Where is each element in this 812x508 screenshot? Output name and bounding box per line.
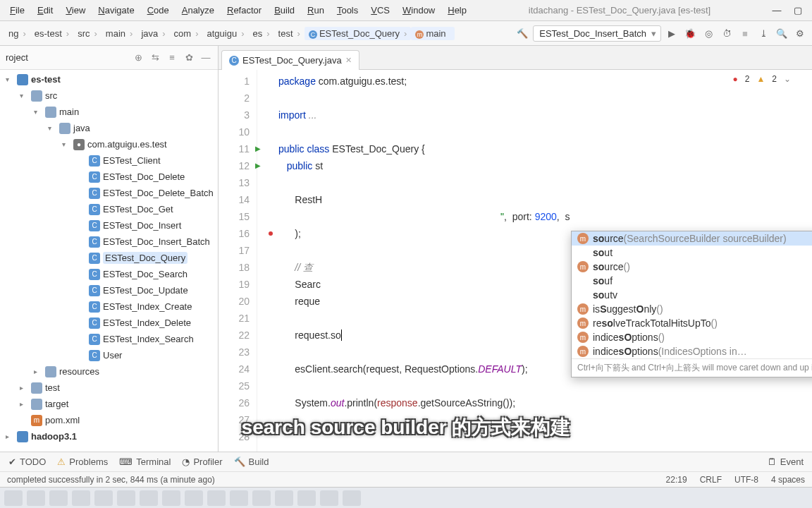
tree-item[interactable]: CESTest_Doc_Get xyxy=(0,201,218,217)
search-everywhere-button[interactable]: 🔍 xyxy=(774,25,789,41)
stop-button[interactable]: ■ xyxy=(737,25,753,41)
menu-tools[interactable]: Tools xyxy=(331,2,364,18)
completion-popup[interactable]: msource(SearchSourceBuilder sourceBuilde… xyxy=(571,231,812,377)
menu-refactor[interactable]: Refactor xyxy=(221,2,268,18)
hide-icon[interactable]: — xyxy=(199,52,212,63)
taskbar-app[interactable] xyxy=(207,490,226,506)
indent-mode[interactable]: 4 spaces xyxy=(771,475,805,485)
run-button[interactable]: ▶ xyxy=(664,25,679,41)
tree-item[interactable]: CESTest_Doc_Delete_Batch xyxy=(0,185,218,201)
taskbar-app[interactable] xyxy=(72,490,90,506)
taskbar-app[interactable] xyxy=(49,490,68,506)
close-tab-icon[interactable]: ✕ xyxy=(345,56,352,65)
taskbar-app[interactable] xyxy=(275,490,293,506)
menu-run[interactable]: Run xyxy=(301,2,331,18)
tree-item[interactable]: CESTest_Client xyxy=(0,152,218,169)
settings-icon[interactable]: ✿ xyxy=(183,52,195,63)
taskbar-app[interactable] xyxy=(320,490,338,506)
breadcrumb-item[interactable]: main xyxy=(102,27,137,40)
tw-problems[interactable]: ⚠Problems xyxy=(57,456,108,467)
tree-item[interactable]: ▸target xyxy=(0,396,218,412)
tree-item[interactable]: CESTest_Index_Delete xyxy=(0,315,218,331)
taskbar-app[interactable] xyxy=(117,490,135,506)
breadcrumb-item[interactable]: java xyxy=(137,27,169,40)
tree-item[interactable]: CUser xyxy=(0,347,218,363)
tree-item[interactable]: CESTest_Index_Create xyxy=(0,298,218,315)
tree-item[interactable]: CESTest_Doc_Query xyxy=(0,250,218,266)
tree-item[interactable]: CESTest_Doc_Update xyxy=(0,282,218,298)
inspection-chevron-icon[interactable]: ⌄ xyxy=(784,74,791,84)
menu-file[interactable]: File xyxy=(4,2,31,18)
debug-button[interactable]: 🐞 xyxy=(682,25,698,41)
editor-body[interactable]: 1231011▶12▶13141516171819202122232425262… xyxy=(219,70,812,452)
breadcrumb-item[interactable]: es-test xyxy=(30,27,73,40)
completion-item[interactable]: soufSystem.out.printf("", expr) xyxy=(572,274,812,288)
menu-build[interactable]: Build xyxy=(268,2,301,18)
tree-item[interactable]: ▸hadoop3.1 xyxy=(0,428,218,445)
expand-all-icon[interactable]: ⇆ xyxy=(149,52,161,63)
tree-item[interactable]: CESTest_Index_Search xyxy=(0,331,218,347)
breadcrumb-item[interactable]: CESTest_Doc_Query xyxy=(304,27,412,40)
completion-item[interactable]: soutSystem.out.println(expr) xyxy=(572,246,812,260)
tree-item[interactable]: CESTest_Doc_Delete xyxy=(0,169,218,185)
tw-todo[interactable]: ✔TODO xyxy=(8,456,46,467)
select-opened-file-icon[interactable]: ⊕ xyxy=(132,52,144,63)
tree-item[interactable]: ▾main xyxy=(0,104,218,120)
taskbar-app[interactable] xyxy=(162,490,180,506)
tw-terminal[interactable]: ⌨Terminal xyxy=(119,456,171,467)
menu-analyze[interactable]: Analyze xyxy=(176,2,221,18)
os-taskbar[interactable] xyxy=(0,487,812,508)
taskbar-app[interactable] xyxy=(252,490,271,506)
menu-help[interactable]: Help xyxy=(441,2,473,18)
menu-edit[interactable]: Edit xyxy=(31,2,59,18)
breadcrumb-item[interactable]: com xyxy=(170,27,203,40)
profile-button[interactable]: ⏱ xyxy=(719,25,734,41)
tree-item[interactable]: ▾●com.atguigu.es.test xyxy=(0,136,218,152)
taskbar-app[interactable] xyxy=(94,490,113,506)
menu-view[interactable]: View xyxy=(59,2,92,18)
minimize-button[interactable]: — xyxy=(766,4,787,18)
completion-item[interactable]: mindicesOptions(IndicesOptions in…Search… xyxy=(572,344,812,358)
maximize-button[interactable]: ▢ xyxy=(787,4,808,18)
menu-code[interactable]: Code xyxy=(141,2,176,18)
tree-item[interactable]: ▾src xyxy=(0,87,218,104)
vcs-update-button[interactable]: ⤓ xyxy=(756,25,771,41)
tree-item[interactable]: ▸test xyxy=(0,380,218,396)
completion-item[interactable]: soutvSystem.out.println(expr) xyxy=(572,288,812,302)
collapse-all-icon[interactable]: ≡ xyxy=(166,52,178,63)
taskbar-app[interactable] xyxy=(140,490,158,506)
project-header-title[interactable]: roject xyxy=(6,52,28,63)
taskbar-app[interactable] xyxy=(230,490,248,506)
tree-item[interactable]: mpom.xml xyxy=(0,412,218,428)
tree-item[interactable]: CESTest_Doc_Search xyxy=(0,266,218,282)
breadcrumb-item[interactable]: src xyxy=(73,27,102,40)
breadcrumb-item[interactable]: test xyxy=(274,27,304,40)
editor-inspection-status[interactable]: ●2 ▲2 ⌄ xyxy=(732,74,791,84)
breadcrumb-item[interactable]: atguigu xyxy=(203,27,249,40)
completion-item[interactable]: mresolveTrackTotalHitsUpTo()int xyxy=(572,316,812,330)
project-tree[interactable]: ▾es-test▾src▾main▾java▾●com.atguigu.es.t… xyxy=(0,70,218,452)
tree-item[interactable]: CESTest_Doc_Insert xyxy=(0,217,218,234)
completion-item[interactable]: misSuggestOnly()boolean xyxy=(572,302,812,316)
tree-item[interactable]: ▾java xyxy=(0,120,218,136)
taskbar-app[interactable] xyxy=(343,490,361,506)
breadcrumb-item[interactable]: ng xyxy=(4,27,30,40)
line-separator[interactable]: CRLF xyxy=(700,475,722,485)
build-button[interactable]: 🔨 xyxy=(515,25,530,41)
completion-item[interactable]: msource()SearchSourceBuilder xyxy=(572,260,812,274)
tw-profiler[interactable]: ◔Profiler xyxy=(182,456,222,467)
completion-item[interactable]: msource(SearchSourceBuilder sourceBuilde… xyxy=(572,231,812,246)
tree-item[interactable]: ▾es-test xyxy=(0,71,218,87)
completion-item[interactable]: mindicesOptions()IndicesOptions xyxy=(572,330,812,344)
taskbar-app[interactable] xyxy=(297,490,316,506)
run-config-selector[interactable]: ESTest_Doc_Insert_Batch xyxy=(533,25,661,42)
caret-position[interactable]: 22:19 xyxy=(666,475,687,485)
ide-settings-button[interactable]: ⚙ xyxy=(792,25,808,41)
file-encoding[interactable]: UTF-8 xyxy=(734,475,758,485)
editor-tab[interactable]: C ESTest_Doc_Query.java ✕ xyxy=(221,50,359,70)
taskbar-app[interactable] xyxy=(4,490,23,506)
menu-vcs[interactable]: VCS xyxy=(364,2,396,18)
menu-window[interactable]: Window xyxy=(396,2,441,18)
breadcrumb-item[interactable]: es xyxy=(249,27,274,40)
tree-item[interactable]: CESTest_Doc_Insert_Batch xyxy=(0,234,218,250)
